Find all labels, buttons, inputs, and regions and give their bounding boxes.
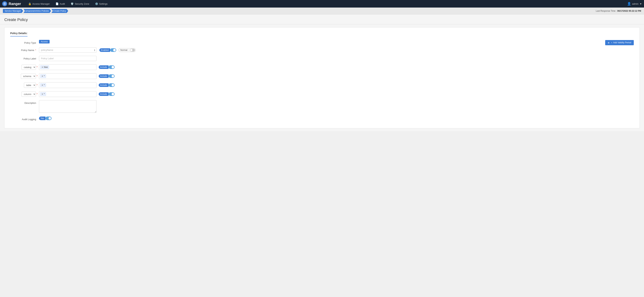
schema-include-slider [108,74,115,78]
brand-icon [2,1,7,6]
catalog-include-toggle-wrap: Include [99,65,115,69]
brand-name: Ranger [8,2,21,6]
user-icon: 👤 [627,2,631,6]
add-validity-button[interactable]: ⊕ ＋ Add Validity Period [605,40,634,45]
normal-toggle[interactable] [130,49,135,51]
table-include-wrap: Include [99,83,115,87]
audit-logging-label: Audit Logging [10,117,39,121]
column-tag-star: ✕ * [40,92,46,96]
catalog-label-wrap: catalog * [10,65,39,70]
catalog-select[interactable]: catalog [22,65,36,70]
table-label-wrap: table * [10,83,39,88]
normal-toggle-wrap: Normal [118,48,136,52]
catalog-include-label: Include [99,65,108,69]
table-include-toggle[interactable] [108,83,115,87]
access-badge: Access [39,40,50,43]
table-select[interactable]: table [24,83,36,88]
audit-logging-toggle[interactable] [46,117,52,120]
nav-security-zone[interactable]: 🛡️ Security Zone [68,0,92,7]
info-icon[interactable]: ℹ [94,49,95,51]
page-title-bar: Create Policy [0,14,644,24]
table-tag-star-close[interactable]: ✕ [42,84,43,86]
catalog-tag-hive-close[interactable]: ✕ [42,66,43,68]
nav-audit[interactable]: 📄 Audit [53,0,68,7]
catalog-tag-hive: ✕ hive [40,65,49,69]
schema-select[interactable]: schema [21,74,36,79]
column-required: * [37,93,38,95]
policy-name-input[interactable] [39,47,96,53]
schema-include-wrap: Include [99,74,115,78]
column-tag-star-close[interactable]: ✕ [42,93,43,95]
policy-name-row: Policy Name * ℹ Enabled Normal [10,47,634,53]
column-include-toggle[interactable] [108,92,115,96]
column-include-label: Include [99,92,108,96]
user-menu[interactable]: 👤 admin ▼ [627,2,642,6]
nav-access-manager-label: Access Manager [32,2,50,5]
audit-logging-slider [46,117,52,120]
policy-type-value: Access [39,40,96,43]
table-include-toggle-wrap: Include [99,83,115,87]
description-textarea[interactable] [39,100,96,113]
catalog-required: * [37,66,38,69]
table-tag-star: ✕ * [40,83,46,87]
description-input-wrap [39,100,96,113]
shield-icon: 🛡️ [70,2,74,5]
breadcrumb-bar: Service Manager amazonemrtrino Policies … [0,7,644,14]
breadcrumbs: Service Manager amazonemrtrino Policies … [3,9,68,13]
section-title: Policy Details: [10,32,28,36]
policy-label-input[interactable] [39,56,96,61]
resource-row-column: column * ✕ * Include [10,91,634,97]
table-tag-star-label: * [44,84,45,86]
lock-icon: 🔒 [28,2,31,5]
normal-label: Normal [118,48,129,52]
nav-access-manager[interactable]: 🔒 Access Manager [25,0,53,7]
nav-settings[interactable]: ⚙️ Settings [92,0,110,7]
column-include-slider [108,92,115,96]
schema-include-toggle-wrap: Include [99,74,115,78]
required-indicator: * [35,49,36,51]
audit-yes-label: Yes [39,117,46,120]
column-tag-input[interactable]: ✕ * [39,91,96,97]
add-validity-icon: ⊕ [608,41,610,44]
catalog-include-wrap: Include [99,65,115,69]
gear-icon: ⚙️ [95,2,98,5]
schema-include-toggle[interactable] [108,74,115,78]
nav-audit-label: Audit [60,2,65,5]
policy-type-label: Policy Type [10,40,39,44]
user-dropdown-icon: ▼ [640,2,642,5]
brand-logo[interactable]: Ranger [2,1,21,6]
schema-tag-input[interactable]: ✕ * [39,73,96,79]
navbar: Ranger 🔒 Access Manager 📄 Audit 🛡️ Secur… [0,0,644,7]
audit-logging-toggle-wrap: Yes [39,117,52,120]
catalog-tag-hive-label: hive [44,66,48,68]
table-required: * [37,84,38,86]
audit-logging-toggle-group: Yes [39,117,52,120]
table-tag-input[interactable]: ✕ * [39,82,96,88]
schema-label-wrap: schema * [10,74,39,79]
nav-security-zone-label: Security Zone [75,2,89,5]
enabled-slider [110,48,116,52]
catalog-include-toggle[interactable] [108,65,115,69]
column-select[interactable]: column [22,92,36,97]
nav-settings-label: Settings [99,2,108,5]
audit-logging-row: Audit Logging Yes [10,117,634,121]
catalog-tag-input[interactable]: ✕ hive [39,64,96,70]
username: admin [632,2,638,5]
audit-icon: 📄 [56,2,58,5]
breadcrumb-policies[interactable]: amazonemrtrino Policies [24,9,51,13]
policy-label-row: Policy Label [10,56,634,61]
column-include-wrap: Include [99,92,115,96]
description-label: Description [10,100,39,104]
breadcrumb-service-manager[interactable]: Service Manager [3,9,23,13]
policy-name-input-wrap: ℹ [39,47,96,53]
schema-tag-star-close[interactable]: ✕ [42,75,43,77]
catalog-include-slider [108,65,115,69]
last-response-time: Last Response Time : 06/17/2022 05:22:12… [596,10,641,12]
resource-row-table: table * ✕ * Include [10,82,634,88]
resource-row-schema: schema * ✕ * Include [10,73,634,79]
policy-card: Policy Details: Policy Type Access ⊕ ＋ A… [4,27,640,128]
breadcrumb-create-policy[interactable]: Create Policy [52,9,68,13]
schema-include-label: Include [99,74,108,78]
enabled-toggle[interactable] [110,48,116,52]
schema-required: * [37,75,38,78]
